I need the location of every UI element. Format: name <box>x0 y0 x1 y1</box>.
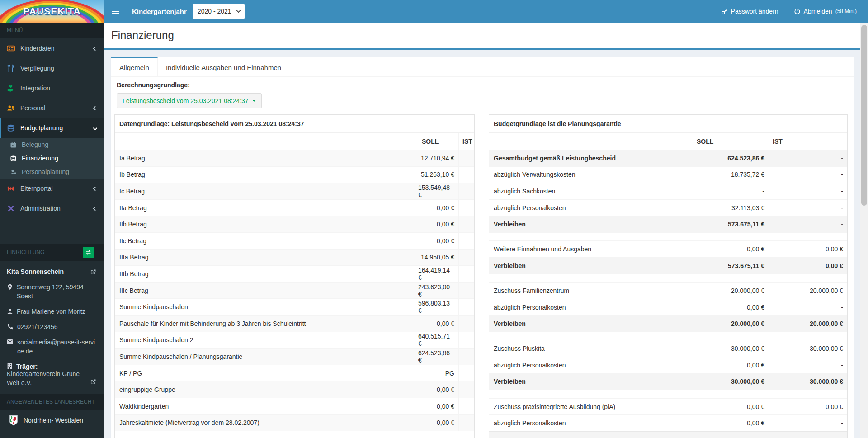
edit-facility-icon[interactable] <box>90 268 96 278</box>
app-window: PAUSEKITA Kindergartenjahr 2020 - 2021 P… <box>0 0 868 438</box>
table-row: Weitere Einnahmen und Ausgaben0,00 €0,00… <box>489 240 847 257</box>
chevron-down-icon <box>93 126 98 130</box>
sidebar: MENÜ Kinderdaten Verpflegung Integration <box>0 23 104 438</box>
utensils-icon <box>7 64 20 72</box>
sidebar-toggle-icon[interactable] <box>104 0 127 23</box>
row-value: 30.000,00 € <box>769 374 847 390</box>
row-label: Verbleiben <box>489 216 693 232</box>
change-password-button[interactable]: Passwort ändern <box>721 8 778 15</box>
sidebar-item-verpflegung[interactable]: Verpflegung <box>0 58 104 78</box>
row-label: IIIb Betrag <box>115 266 418 282</box>
row-label: Summe Kindpauschalen / Planungsgarantie <box>115 349 418 365</box>
row-value: - <box>769 167 847 183</box>
row-value <box>458 349 474 365</box>
vertical-scrollbar[interactable] <box>860 23 868 438</box>
edit-carrier-icon[interactable] <box>90 378 96 387</box>
row-value: 0,00 € <box>693 241 769 257</box>
row-value: - <box>693 183 769 199</box>
datengrundlage-table-header: SOLL IST <box>115 133 474 150</box>
row-value: 32.113,03 € <box>693 200 769 216</box>
landesrecht-name: Nordrhein- Westfalen <box>24 417 83 424</box>
chevron-left-icon <box>93 186 98 191</box>
table-row: Pauschale für Kinder mit Behinderung ab … <box>115 315 474 332</box>
table-row: Verbleiben20.000,00 €20.000,00 € <box>489 315 847 332</box>
budgetgrundlage-table-header: SOLL IST <box>489 133 847 150</box>
facility-phone: 02921/123456 <box>17 322 58 331</box>
row-value: 0,00 € <box>693 399 769 415</box>
table-row: Jahreskaltmiete (Mietvertrag vor dem 28.… <box>115 414 474 431</box>
datengrundlage-table-title: Datengrundlage: Leistungsbescheid vom 25… <box>115 115 474 133</box>
sidebar-item-kinderdaten[interactable]: Kinderdaten <box>0 38 104 58</box>
sidebar-item-personalplanung[interactable]: Personalplanung <box>0 165 104 179</box>
berechnungsgrundlage-dropdown[interactable]: Leistungsbescheid vom 25.03.2021 08:24:3… <box>117 93 262 108</box>
sidebar-item-personal[interactable]: Personal <box>0 98 104 118</box>
row-value <box>458 332 474 349</box>
row-label: KP / PG <box>115 365 418 381</box>
row-value: 20.000,00 € <box>693 316 769 332</box>
facility-phone-row: 02921/123456 <box>7 322 97 331</box>
row-value: 640.515,71 € <box>418 332 458 349</box>
table-row: IIa Betrag0,00 € <box>115 199 474 216</box>
row-label: Zuschuss Pluskita <box>489 340 693 357</box>
logout-button[interactable]: Abmelden(58 Min.) <box>794 8 857 15</box>
table-row: Ib Betrag51.263,10 € <box>115 166 474 183</box>
kindergartenjahr-value: 2020 - 2021 <box>198 8 231 15</box>
row-label: Summe Kindpauschalen <box>115 299 418 315</box>
row-label: abzüglich Personalkosten <box>489 357 693 373</box>
kindergartenjahr-select[interactable]: 2020 - 2021 <box>193 4 245 19</box>
row-value: 0,00 € <box>418 200 458 216</box>
sidebar-item-administration[interactable]: Administration <box>0 198 104 218</box>
ist-column-header: IST <box>458 133 474 150</box>
table-row: Waldkindergarten0,00 € <box>115 398 474 414</box>
id-card-icon <box>7 44 20 52</box>
carrier-name: Kindergartenverein Grüne Welt e.V. <box>7 369 97 387</box>
row-value: PG <box>418 365 458 381</box>
brand-logo[interactable]: PAUSEKITA <box>0 0 104 23</box>
table-row: IIIb Betrag164.419,14 € <box>115 265 474 282</box>
sidebar-item-integration[interactable]: Integration <box>0 78 104 98</box>
row-value: 0,00 € <box>418 398 458 414</box>
switch-facility-button[interactable] <box>83 247 94 258</box>
sidebar-item-belegung[interactable]: Belegung <box>0 138 104 151</box>
row-label: Zuschuss Familienzentrum <box>489 283 693 299</box>
row-value: 30.000,00 € <box>693 340 769 357</box>
row-value: - <box>769 183 847 199</box>
table-row: IIc Betrag0,00 € <box>115 232 474 249</box>
sidebar-item-finanzierung[interactable]: Finanzierung <box>0 151 104 165</box>
row-value <box>458 167 474 183</box>
landesrecht-row: Nordrhein- Westfalen <box>0 410 104 426</box>
hand-heart-icon <box>7 84 20 92</box>
facility-address: Sonnenweg 122, 59494 Soest <box>17 283 97 301</box>
sidebar-item-elternportal[interactable]: Elternportal <box>0 179 104 198</box>
row-value: 153.549,48 € <box>418 183 458 199</box>
table-row <box>489 390 847 398</box>
table-row: IIIc Betrag243.623,00 € <box>115 282 474 299</box>
row-value: 12.710,94 € <box>418 150 458 166</box>
table-row: abzüglich Personalkosten0,00 €- <box>489 299 847 316</box>
row-label: IIa Betrag <box>115 200 418 216</box>
table-row: Zuschuss praxisintegrierte Ausbildung (p… <box>489 398 847 415</box>
table-row <box>489 274 847 283</box>
table-row: Verbleiben30.000,00 €30.000,00 € <box>489 373 847 390</box>
row-value <box>458 316 474 332</box>
menu-section-header: MENÜ <box>0 23 104 38</box>
coins-white-icon <box>10 155 22 162</box>
table-row: Zuschuss Pluskita30.000,00 €30.000,00 € <box>489 340 847 357</box>
datengrundlage-table: Datengrundlage: Leistungsbescheid vom 25… <box>114 114 475 438</box>
row-label: Jahreskaltmiete (Mietvertrag vor dem 28.… <box>115 415 418 431</box>
row-label: Waldkindergarten <box>115 398 418 414</box>
tab-individuelle-ausgaben[interactable]: Individuelle Ausgaben und Einnahmen <box>158 57 289 76</box>
row-value: - <box>769 299 847 316</box>
row-value <box>458 250 474 266</box>
row-value <box>458 200 474 216</box>
row-label: eingruppige Gruppe <box>115 381 418 398</box>
tab-allgemein[interactable]: Allgemein <box>111 57 158 76</box>
row-value: - <box>769 415 847 431</box>
budgetgrundlage-table-body: Gesamtbudget gemäß Leistungbescheid624.5… <box>489 150 847 438</box>
user-icon <box>7 308 13 315</box>
row-value: 20.000,00 € <box>769 283 847 299</box>
sidebar-item-budgetplanung[interactable]: Budgetplanung <box>0 118 104 138</box>
scrollbar-thumb[interactable] <box>861 25 867 206</box>
row-value: 51.263,10 € <box>418 167 458 183</box>
chevron-left-icon <box>93 206 98 211</box>
